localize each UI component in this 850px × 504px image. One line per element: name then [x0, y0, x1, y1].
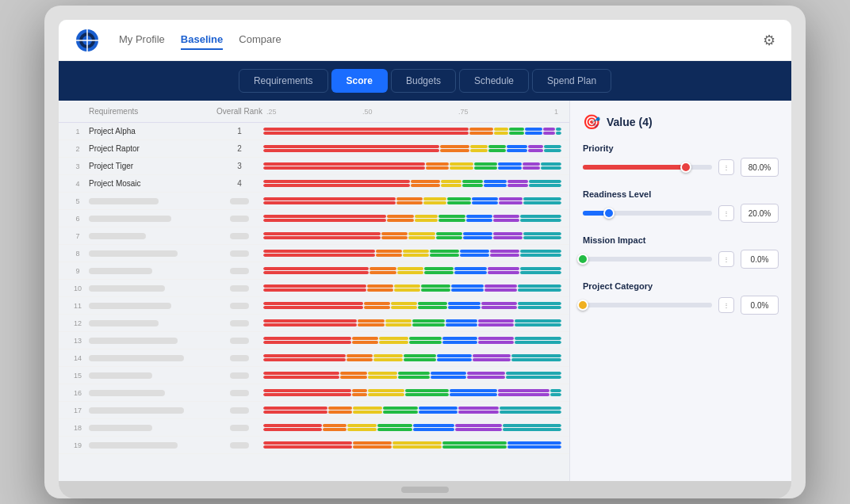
tab-schedule[interactable]: Schedule — [459, 69, 529, 93]
scale-025: .25 — [266, 108, 277, 116]
bar-row — [263, 407, 561, 410]
bar-row — [263, 219, 561, 222]
bar-row — [263, 236, 561, 239]
nav-compare[interactable]: Compare — [239, 30, 281, 50]
bar-cell — [263, 144, 561, 153]
row-rank — [230, 320, 249, 326]
bar-segment — [263, 284, 366, 288]
bar-segment — [391, 306, 417, 309]
row-rank — [230, 338, 249, 344]
row-rank: 1 — [216, 127, 263, 136]
table-row: 19 — [59, 437, 569, 454]
bar-cell — [263, 266, 561, 275]
tab-requirements[interactable]: Requirements — [239, 69, 328, 93]
tab-score[interactable]: Score — [331, 69, 388, 93]
row-number: 3 — [67, 162, 89, 170]
bar-segment — [263, 184, 410, 187]
bar-row — [263, 389, 561, 392]
row-rank — [230, 442, 249, 449]
slider-thumb[interactable] — [680, 162, 691, 173]
slider-track[interactable] — [583, 165, 712, 170]
nav-my-profile[interactable]: My Profile — [119, 30, 165, 50]
bar-cell — [263, 231, 561, 240]
bar-row — [263, 376, 561, 379]
bar-segment — [441, 184, 461, 187]
bar-row — [263, 393, 561, 396]
slider-track[interactable] — [583, 211, 712, 216]
bar-segment — [377, 424, 412, 427]
bar-segment — [367, 284, 393, 288]
bar-segment — [520, 215, 561, 218]
bar-segment — [397, 271, 423, 274]
bar-segment — [347, 358, 373, 361]
bar-cell — [263, 336, 561, 345]
bar-row — [263, 149, 561, 152]
bar-segment — [455, 424, 502, 427]
slider-icon-box[interactable]: ⋮ — [718, 205, 734, 221]
tab-spend-plan[interactable]: Spend Plan — [532, 69, 611, 93]
slider-thumb[interactable] — [577, 254, 588, 265]
bar-segment — [511, 358, 561, 361]
scale-1: 1 — [554, 108, 558, 116]
criterion-value[interactable]: 20.0% — [741, 204, 779, 223]
bar-segment — [493, 236, 523, 239]
criterion-value[interactable]: 0.0% — [741, 296, 779, 315]
bar-segment — [394, 288, 420, 292]
bar-segment — [358, 319, 384, 323]
bar-row — [263, 184, 561, 187]
criterion-value[interactable]: 0.0% — [741, 250, 779, 269]
bar-segment — [383, 410, 418, 414]
bar-segment — [481, 306, 516, 309]
slider-track[interactable] — [583, 257, 712, 262]
tab-budgets[interactable]: Budgets — [391, 69, 456, 93]
bar-segment — [494, 128, 509, 131]
bar-segment — [263, 341, 351, 344]
bar-segment — [263, 424, 322, 427]
bar-segment — [353, 441, 392, 445]
bar-segment — [523, 197, 561, 200]
bar-segment — [413, 424, 454, 427]
slider-thumb[interactable] — [577, 300, 588, 311]
bar-segment — [466, 215, 492, 218]
table-row: 6 — [59, 210, 569, 227]
bar-segment — [263, 201, 396, 204]
bar-segment — [520, 250, 561, 253]
row-number: 5 — [67, 197, 89, 205]
bar-segment — [385, 319, 412, 323]
slider-thumb[interactable] — [603, 208, 615, 219]
slider-row: ⋮0.0% — [583, 250, 779, 269]
table-row: 14 — [59, 349, 569, 367]
slider-icon-box[interactable]: ⋮ — [718, 251, 734, 267]
bar-segment — [437, 354, 472, 357]
row-name — [89, 355, 184, 361]
row-rank — [230, 390, 249, 396]
bar-segment — [263, 236, 381, 239]
bar-row — [263, 306, 561, 309]
bar-segment — [525, 132, 542, 135]
bar-segment — [507, 180, 528, 183]
row-number: 17 — [67, 407, 89, 414]
bar-segment — [488, 271, 520, 274]
bar-segment — [467, 376, 505, 379]
settings-icon[interactable]: ⚙ — [763, 32, 775, 49]
bar-segment — [478, 319, 513, 323]
row-name: Project Raptor — [89, 144, 216, 153]
bar-segment — [436, 232, 462, 235]
slider-icon-box[interactable]: ⋮ — [718, 159, 734, 175]
panel-title: 🎯 Value (4) — [583, 113, 779, 131]
bar-segment — [436, 236, 462, 239]
bar-segment — [440, 149, 469, 152]
bar-segment — [507, 149, 527, 152]
bar-cell — [263, 197, 561, 205]
nav-baseline[interactable]: Baseline — [181, 30, 223, 50]
slider-icon-box[interactable]: ⋮ — [718, 297, 734, 313]
bar-segment — [544, 145, 561, 148]
app-logo — [75, 28, 100, 53]
slider-fill — [583, 165, 686, 170]
criterion-value[interactable]: 80.0% — [741, 158, 779, 177]
bar-segment — [263, 393, 351, 396]
bar-segment — [263, 428, 322, 431]
bar-segment — [424, 271, 454, 274]
slider-track[interactable] — [583, 303, 712, 307]
bar-cell — [263, 319, 561, 327]
